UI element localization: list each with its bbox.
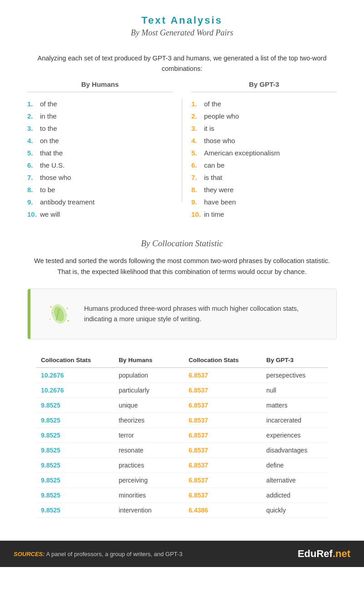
table-row: 10.2676 population 6.8537 persepectives [36, 368, 328, 383]
list-number: 4. [191, 137, 204, 144]
list-number: 7. [27, 174, 40, 181]
list-number: 2. [191, 112, 204, 120]
list-item: 4.on the [27, 134, 173, 147]
table-row: 10.2676 particularly 6.8537 null [36, 383, 328, 398]
svg-point-3 [50, 306, 52, 308]
col-divider [170, 353, 184, 368]
list-number: 3. [27, 124, 40, 132]
human-stat: 9.8525 [36, 488, 114, 503]
table-row: 9.8525 minorities 6.8537 addicted [36, 488, 328, 503]
gpt3-word: alternative [262, 473, 328, 488]
list-text: to the [40, 124, 57, 132]
table-row: 9.8525 resonate 6.8537 disadvantages [36, 443, 328, 458]
list-number: 4. [27, 137, 40, 144]
list-text: that the [40, 149, 63, 157]
gpt3-stat: 6.8537 [184, 383, 262, 398]
list-text: in time [204, 210, 224, 218]
col-gap [170, 473, 184, 488]
human-stat: 10.2676 [36, 368, 114, 383]
list-item: 9.have been [191, 196, 337, 208]
human-word: particularly [114, 383, 170, 398]
gpt3-word: persepectives [262, 368, 328, 383]
page-title: Text Analysis [27, 15, 337, 26]
table-row: 9.8525 terror 6.8537 experiences [36, 428, 328, 443]
table-row: 9.8525 intervention 6.4386 quickly [36, 503, 328, 518]
collocation-table: Collocation Stats By Humans Collocation … [36, 353, 328, 518]
list-number: 2. [27, 112, 40, 120]
list-text: those who [40, 174, 71, 181]
collocation-section: By Collocation Statistic We tested and s… [0, 234, 364, 527]
gpt3-stat: 6.8537 [184, 458, 262, 473]
gpt3-word: quickly [262, 503, 328, 518]
table-row: 9.8525 unique 6.8537 matters [36, 398, 328, 413]
human-word: terror [114, 428, 170, 443]
list-text: those who [204, 137, 235, 144]
list-number: 7. [191, 174, 204, 181]
col-gap [170, 443, 184, 458]
human-word: intervention [114, 503, 170, 518]
list-item: 2.in the [27, 110, 173, 122]
gpt3-stat: 6.4386 [184, 503, 262, 518]
svg-point-4 [67, 308, 68, 309]
list-text: on the [40, 137, 59, 144]
list-item: 5.American exceptionalism [191, 147, 337, 159]
col-gap [170, 503, 184, 518]
list-text: we will [40, 210, 60, 218]
list-item: 3.it is [191, 122, 337, 134]
human-word: population [114, 368, 170, 383]
list-item: 2.people who [191, 110, 337, 122]
list-item: 6.the U.S. [27, 159, 173, 171]
list-number: 3. [191, 124, 204, 132]
human-stat: 9.8525 [36, 503, 114, 518]
human-stat: 9.8525 [36, 428, 114, 443]
collocation-table-body: 10.2676 population 6.8537 persepectives … [36, 368, 328, 518]
list-number: 5. [27, 149, 40, 157]
list-item: 3.to the [27, 122, 173, 134]
human-word: theorizes [114, 413, 170, 428]
gpt3-column: By GPT-3 1.of the 2.people who 3.it is 4… [182, 80, 346, 220]
intro-text: Analyzing each set of text produced by G… [0, 45, 364, 80]
list-text: the U.S. [40, 161, 65, 169]
gpt3-word: experiences [262, 428, 328, 443]
human-word: perceiving [114, 473, 170, 488]
brand-main: EduRef [298, 548, 333, 559]
brand-net: .net [333, 548, 350, 559]
table-row: 9.8525 theorizes 6.8537 incarcerated [36, 413, 328, 428]
gpt3-stat: 6.8537 [184, 398, 262, 413]
gpt3-stat: 6.8537 [184, 413, 262, 428]
sources-text: A panel of professors, a group of writer… [46, 551, 183, 557]
svg-point-7 [52, 313, 53, 313]
list-number: 6. [191, 161, 204, 169]
table-row: 9.8525 perceiving 6.8537 alternative [36, 473, 328, 488]
highlight-text: Humans produced three-word phrases with … [84, 303, 325, 324]
gpt3-column-header: By GPT-3 [191, 80, 337, 92]
table-row: 9.8525 practices 6.8537 define [36, 458, 328, 473]
gpt3-word-list: 1.of the 2.people who 3.it is 4.those wh… [191, 98, 337, 220]
page-subtitle: By Most Generated Word Pairs [27, 28, 337, 38]
collocation-title: By Collocation Statistic [27, 239, 337, 249]
list-item: 4.those who [191, 134, 337, 147]
list-item: 7.is that [191, 171, 337, 184]
col-gap [170, 458, 184, 473]
list-item: 6.can be [191, 159, 337, 171]
footer: SOURCES: A panel of professors, a group … [0, 541, 364, 567]
gpt3-stat: 6.8537 [184, 368, 262, 383]
list-item: 8.to be [27, 184, 173, 196]
word-pairs-section: By Humans 1.of the 2.in the 3.to the 4.o… [0, 80, 364, 220]
gpt3-stat: 6.8537 [184, 473, 262, 488]
gpt3-word: disadvantages [262, 443, 328, 458]
list-text: have been [204, 198, 236, 206]
human-word: practices [114, 458, 170, 473]
svg-point-8 [66, 314, 67, 315]
gpt3-word: define [262, 458, 328, 473]
human-stat: 9.8525 [36, 473, 114, 488]
list-item: 5.that the [27, 147, 173, 159]
list-text: American exceptionalism [204, 149, 280, 157]
list-item: 1.of the [191, 98, 337, 110]
human-stat: 9.8525 [36, 458, 114, 473]
humans-column: By Humans 1.of the 2.in the 3.to the 4.o… [18, 80, 182, 220]
page-wrapper: Text Analysis By Most Generated Word Pai… [0, 0, 364, 567]
list-text: of the [40, 100, 57, 108]
footer-brand: EduRef.net [298, 548, 350, 560]
col-gap [170, 383, 184, 398]
